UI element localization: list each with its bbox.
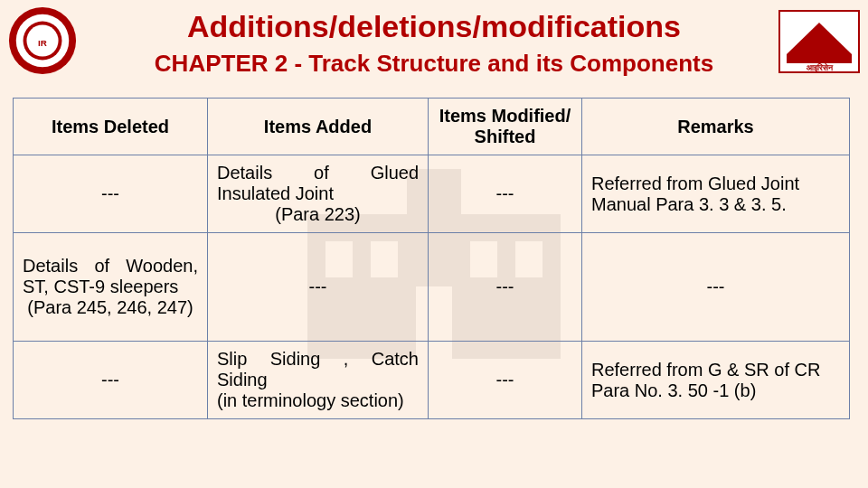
cell-added: --- (208, 233, 429, 342)
cell-deleted: Details of Wooden, ST, CST-9 sleepers (P… (14, 233, 208, 342)
cell-remarks: Referred from G & SR of CR Para No. 3. 5… (582, 342, 850, 419)
table-row: Details of Wooden, ST, CST-9 sleepers (P… (14, 233, 850, 342)
svg-rect-14 (787, 54, 852, 63)
cell-added: Details of Glued Insulated Joint (Para 2… (208, 155, 429, 233)
page-title: Additions/deletions/modifications (0, 0, 868, 44)
table-row: --- Slip Siding , Catch Siding (in termi… (14, 342, 850, 419)
cell-added: Slip Siding , Catch Siding (in terminolo… (208, 342, 429, 419)
svg-text:आइरिसेन: आइरिसेन (806, 62, 834, 72)
cell-remarks: Referred from Glued Joint Manual Para 3.… (582, 155, 850, 233)
chapter-subtitle: CHAPTER 2 - Track Structure and its Comp… (0, 50, 868, 78)
table-header-row: Items Deleted Items Added Items Modified… (14, 99, 850, 155)
indian-railways-logo-icon: IR (7, 5, 78, 76)
col-header-modified: Items Modified/ Shifted (429, 99, 582, 155)
cell-modified: --- (429, 155, 582, 233)
cell-modified: --- (429, 233, 582, 342)
col-header-remarks: Remarks (582, 99, 850, 155)
col-header-added: Items Added (208, 99, 429, 155)
changes-table: Items Deleted Items Added Items Modified… (13, 98, 850, 419)
cell-remarks: --- (582, 233, 850, 342)
cell-added-para: (Para 223) (217, 204, 419, 225)
cell-added-main: Details of Glued Insulated Joint (217, 163, 419, 203)
col-header-deleted: Items Deleted (14, 99, 208, 155)
cell-deleted: --- (14, 155, 208, 233)
cell-deleted-main: Details of Wooden, ST, CST-9 sleepers (23, 256, 198, 296)
svg-text:IR: IR (38, 38, 47, 48)
cell-deleted: --- (14, 342, 208, 419)
table-row: --- Details of Glued Insulated Joint (Pa… (14, 155, 850, 233)
cell-modified: --- (429, 342, 582, 419)
iricen-logo-icon: आइरिसेन (778, 9, 861, 74)
cell-deleted-para: (Para 245, 246, 247) (23, 297, 198, 318)
